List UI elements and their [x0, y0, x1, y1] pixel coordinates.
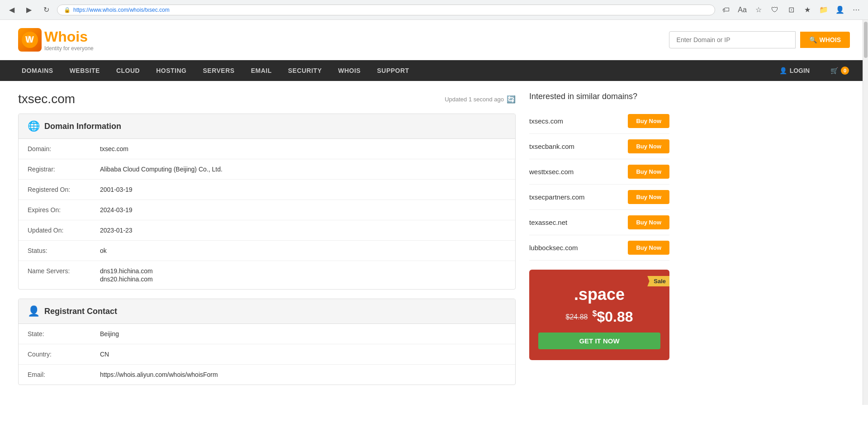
site-header: W Whois Identity for everyone 🔍 WHOIS: [0, 20, 868, 60]
field-status-value: ok: [100, 247, 107, 254]
sale-domain-name: .space: [538, 285, 660, 304]
field-country: Country: CN: [19, 344, 515, 365]
nav-login[interactable]: 👤 LOGIN: [771, 61, 818, 81]
profile-icon[interactable]: 👤: [834, 4, 846, 16]
cart-icon: 🛒: [830, 67, 838, 74]
back-button[interactable]: ◀: [5, 4, 18, 16]
sale-old-price: $24.88: [565, 313, 588, 321]
similar-domain-3: westtxsec.com Buy Now: [529, 159, 669, 185]
domain-title: txsec.com: [18, 92, 75, 106]
svg-text:W: W: [25, 34, 34, 44]
domain-info-title: Domain Information: [44, 122, 121, 131]
field-state-value: Beijing: [100, 330, 119, 337]
registrant-icon: 👤: [28, 305, 40, 317]
site-nav: DOMAINS WEBSITE CLOUD HOSTING SERVERS EM…: [0, 60, 868, 81]
logo-text-area: Whois Identity for everyone: [44, 29, 94, 52]
main-content: txsec.com Updated 1 second ago 🔄 🌐 Domai…: [0, 81, 688, 405]
field-registered-on: Registered On: 2001-03-19: [19, 180, 515, 200]
search-button-label: WHOIS: [820, 36, 841, 43]
nav-servers[interactable]: SERVERS: [194, 61, 242, 81]
favorites-icon[interactable]: ★: [801, 4, 814, 16]
nav-website[interactable]: WEBSITE: [62, 61, 108, 81]
registrant-card: 👤 Registrant Contact State: Beijing Coun…: [18, 299, 516, 385]
buy-txsecpartners-button[interactable]: Buy Now: [628, 190, 669, 204]
similar-domain-5-name: texassec.net: [529, 219, 567, 226]
domain-info-card: 🌐 Domain Information Domain: txsec.com R…: [18, 114, 516, 290]
more-icon[interactable]: ⋯: [850, 4, 863, 16]
similar-domain-4: txsecpartners.com Buy Now: [529, 185, 669, 210]
nav-whois[interactable]: WHOIS: [330, 61, 369, 81]
field-expires-on-value: 2024-03-19: [100, 206, 133, 214]
refresh-button[interactable]: ↻: [40, 4, 52, 16]
registrant-header: 👤 Registrant Contact: [19, 299, 515, 324]
cart-badge: 0: [841, 67, 849, 75]
url-text: https://www.whois.com/whois/txsec.com: [73, 7, 170, 13]
reader-icon[interactable]: Aa: [736, 4, 749, 16]
similar-domain-6: lubbocksec.com Buy Now: [529, 235, 669, 261]
whois-search-button[interactable]: 🔍 WHOIS: [800, 32, 850, 48]
field-status: Status: ok: [19, 241, 515, 261]
similar-domain-6-name: lubbocksec.com: [529, 244, 578, 252]
page-wrapper: W Whois Identity for everyone 🔍 WHOIS DO…: [0, 20, 868, 405]
buy-texassec-button[interactable]: Buy Now: [628, 215, 669, 229]
logo-area: W Whois Identity for everyone: [18, 28, 94, 52]
logo-icon: W: [18, 28, 42, 52]
buy-txsecbank-button[interactable]: Buy Now: [628, 139, 669, 153]
left-panel: txsec.com Updated 1 second ago 🔄 🌐 Domai…: [18, 92, 516, 394]
user-icon: 👤: [779, 67, 787, 74]
forward-button[interactable]: ▶: [23, 4, 35, 16]
field-domain: Domain: txsec.com: [19, 139, 515, 159]
nav-support[interactable]: SUPPORT: [369, 61, 417, 81]
buy-txsecs-button[interactable]: Buy Now: [628, 114, 669, 128]
field-updated-on: Updated On: 2023-01-23: [19, 220, 515, 241]
nav-email[interactable]: EMAIL: [243, 61, 280, 81]
field-country-value: CN: [100, 351, 109, 358]
field-country-label: Country:: [28, 351, 100, 358]
collections-icon[interactable]: 📁: [817, 4, 830, 16]
field-expires-on-label: Expires On:: [28, 206, 100, 214]
field-updated-on-label: Updated On:: [28, 227, 100, 234]
nav-cart[interactable]: 🛒 0: [825, 60, 854, 81]
domain-search-input[interactable]: [669, 31, 796, 48]
logo-tagline: Identity for everyone: [44, 45, 94, 52]
buy-westtxsec-button[interactable]: Buy Now: [628, 165, 669, 179]
nameserver-1: dns19.hichina.com: [100, 267, 153, 275]
field-state-label: State:: [28, 330, 100, 337]
domain-info-icon: 🌐: [28, 120, 40, 132]
similar-domain-2: txsecbank.com Buy Now: [529, 134, 669, 159]
scrollbar[interactable]: [863, 20, 868, 405]
field-registrar: Registrar: Alibaba Cloud Computing (Beij…: [19, 159, 515, 180]
bookmark-icon[interactable]: 🏷: [720, 4, 732, 16]
sale-pricing: $24.88 $$0.88: [538, 309, 660, 325]
address-bar[interactable]: 🔒 https://www.whois.com/whois/txsec.com: [57, 5, 715, 15]
nameserver-2: dns20.hichina.com: [100, 276, 153, 283]
search-icon: 🔍: [809, 36, 817, 43]
similar-domain-2-name: txsecbank.com: [529, 143, 574, 150]
domain-info-header: 🌐 Domain Information: [19, 114, 515, 139]
field-domain-value: txsec.com: [100, 145, 128, 152]
nav-domains[interactable]: DOMAINS: [14, 61, 62, 81]
domain-title-area: txsec.com Updated 1 second ago 🔄: [18, 92, 516, 106]
field-registered-on-value: 2001-03-19: [100, 186, 133, 193]
updated-label: Updated 1 second ago: [445, 96, 504, 103]
shield-icon[interactable]: 🛡: [768, 4, 781, 16]
field-email-value: https://whois.aliyun.com/whois/whoisForm: [100, 371, 218, 378]
refresh-icon[interactable]: 🔄: [507, 95, 516, 104]
field-registrar-label: Registrar:: [28, 166, 100, 173]
nav-right: 👤 LOGIN 🛒 0: [771, 60, 854, 81]
field-updated-on-value: 2023-01-23: [100, 227, 133, 234]
split-icon[interactable]: ⊡: [785, 4, 797, 16]
nav-security[interactable]: SECURITY: [280, 61, 330, 81]
buy-lubbocksec-button[interactable]: Buy Now: [628, 241, 669, 255]
nav-hosting[interactable]: HOSTING: [148, 61, 194, 81]
field-email-label: Email:: [28, 371, 100, 378]
similar-domain-1-name: txsecs.com: [529, 117, 563, 125]
star-icon[interactable]: ☆: [752, 4, 765, 16]
field-nameservers: Name Servers: dns19.hichina.com dns20.hi…: [19, 261, 515, 289]
nav-cloud[interactable]: CLOUD: [108, 61, 148, 81]
field-state: State: Beijing: [19, 324, 515, 344]
get-it-now-button[interactable]: GET IT NOW: [538, 333, 660, 349]
similar-domains-title: Interested in similar domains?: [529, 92, 669, 101]
field-nameservers-value: dns19.hichina.com dns20.hichina.com: [100, 267, 153, 283]
similar-domain-3-name: westtxsec.com: [529, 168, 574, 176]
